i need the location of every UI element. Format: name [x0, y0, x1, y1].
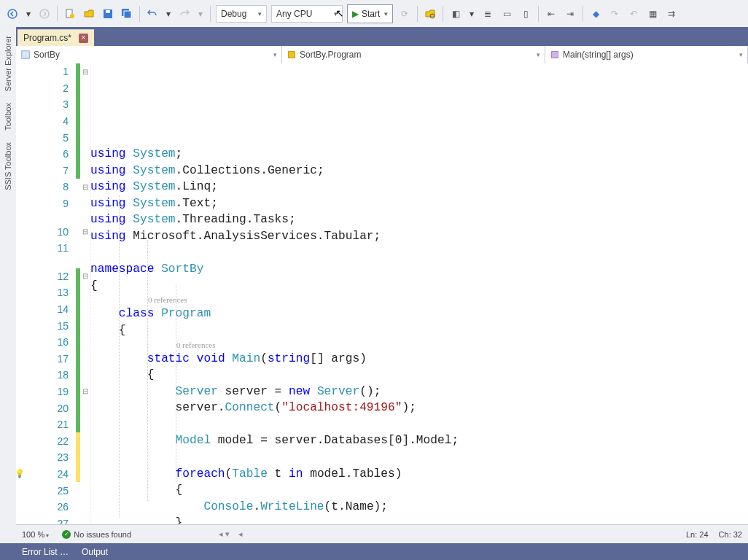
undo-caret-icon[interactable]: ▾ — [163, 9, 174, 19]
code-editor[interactable]: 1⊟2345678⊟910⊟1112⊟13141516171819⊟202122… — [16, 63, 748, 525]
save-all-icon[interactable] — [120, 7, 133, 20]
svg-rect-5 — [106, 10, 110, 13]
tool-icon[interactable]: ▦ — [646, 7, 659, 20]
svg-point-1 — [40, 9, 49, 18]
platform-dropdown[interactable]: Any CPU▾ — [271, 5, 343, 23]
browse-icon[interactable] — [424, 7, 437, 20]
svg-rect-11 — [552, 52, 558, 58]
dropdown-caret-icon[interactable]: ▾ — [23, 9, 34, 19]
svg-rect-7 — [124, 11, 131, 18]
tab-output[interactable]: Output — [82, 547, 108, 557]
tab-error-list[interactable]: Error List … — [22, 547, 69, 557]
left-tool-rail: Server Explorer Toolbox SSIS Toolbox — [0, 27, 17, 560]
zoom-level[interactable]: 100 %▾ — [22, 530, 49, 539]
char-indicator: Ch: 32 — [719, 530, 742, 539]
main-toolbar: ▾ ▾ ▾ Debug▾ Any CPU▾ ▶Start▾ ⟳ ◧▾ ≣ ▭ ▯… — [0, 0, 748, 28]
issues-label[interactable]: No issues found — [74, 530, 131, 539]
nav-back-icon[interactable] — [6, 7, 19, 20]
ok-icon: ✓ — [62, 530, 71, 539]
close-icon[interactable]: × — [79, 34, 88, 43]
new-item-icon[interactable] — [63, 7, 77, 20]
hot-reload-icon: ⟳ — [398, 7, 411, 20]
nav-scope-dropdown[interactable]: SortBy▾ — [16, 46, 282, 63]
rail-toolbox[interactable]: Toolbox — [4, 103, 12, 131]
svg-rect-9 — [22, 51, 30, 59]
indent-icon[interactable]: ⇥ — [564, 7, 577, 20]
bottom-panel-bar: Error List … Output — [0, 543, 748, 560]
svg-rect-10 — [289, 52, 295, 58]
svg-point-3 — [70, 14, 74, 18]
svg-point-0 — [8, 9, 17, 18]
undo-icon[interactable] — [146, 7, 159, 20]
nav-fwd-icon — [38, 7, 51, 20]
code-nav-bar: SortBy▾ SortBy.Program▾ Main(string[] ar… — [16, 46, 748, 64]
save-icon[interactable] — [101, 7, 114, 20]
file-tab-program[interactable]: Program.cs* × — [17, 29, 94, 46]
scroll-markers: ◂ ▾ ◂ — [219, 529, 243, 539]
image-tool-icon[interactable]: ◧ — [449, 7, 462, 20]
bookmark-icon[interactable]: ◆ — [589, 7, 602, 20]
config-dropdown[interactable]: Debug▾ — [216, 5, 267, 23]
nav-member-dropdown[interactable]: Main(string[] args)▾ — [545, 46, 748, 63]
rail-ssis-toolbox[interactable]: SSIS Toolbox — [4, 142, 12, 190]
outdent-icon[interactable]: ⇤ — [545, 7, 558, 20]
more-icon[interactable]: ⇉ — [665, 7, 678, 20]
list-icon[interactable]: ≣ — [481, 7, 494, 20]
line-indicator: Ln: 24 — [686, 530, 709, 539]
window-icon[interactable]: ▭ — [500, 7, 513, 20]
step1-icon[interactable]: ↷ — [608, 7, 621, 20]
step2-icon[interactable]: ↶ — [627, 7, 640, 20]
start-button[interactable]: ▶Start▾ — [347, 4, 393, 23]
window2-icon[interactable]: ▯ — [519, 7, 532, 20]
rail-server-explorer[interactable]: Server Explorer — [4, 36, 12, 91]
file-tab-label: Program.cs* — [23, 33, 71, 43]
document-tab-well: Program.cs* × — [16, 27, 748, 46]
nav-type-dropdown[interactable]: SortBy.Program▾ — [282, 46, 545, 63]
redo-caret-icon[interactable]: ▾ — [195, 9, 206, 19]
redo-icon[interactable] — [178, 7, 191, 20]
open-icon[interactable] — [82, 7, 96, 20]
editor-status-bar: 100 %▾ ✓ No issues found ◂ ▾ ◂ Ln: 24 Ch… — [16, 524, 748, 543]
